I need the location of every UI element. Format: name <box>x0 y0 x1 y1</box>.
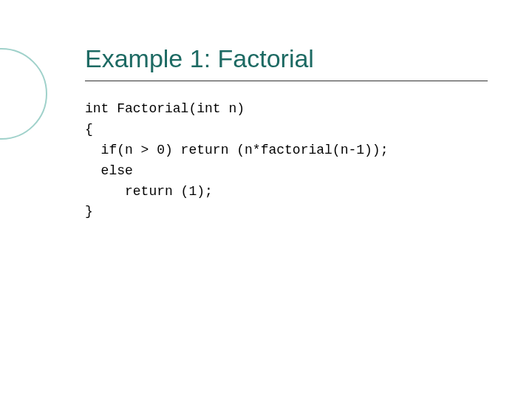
code-block: int Factorial(int n) { if(n > 0) return … <box>85 99 488 222</box>
slide-title: Example 1: Factorial <box>85 44 488 81</box>
decorative-ring-icon <box>0 48 47 140</box>
title-divider <box>85 81 488 81</box>
content-area: Example 1: Factorial int Factorial(int n… <box>85 44 488 222</box>
slide: Example 1: Factorial int Factorial(int n… <box>0 0 532 399</box>
